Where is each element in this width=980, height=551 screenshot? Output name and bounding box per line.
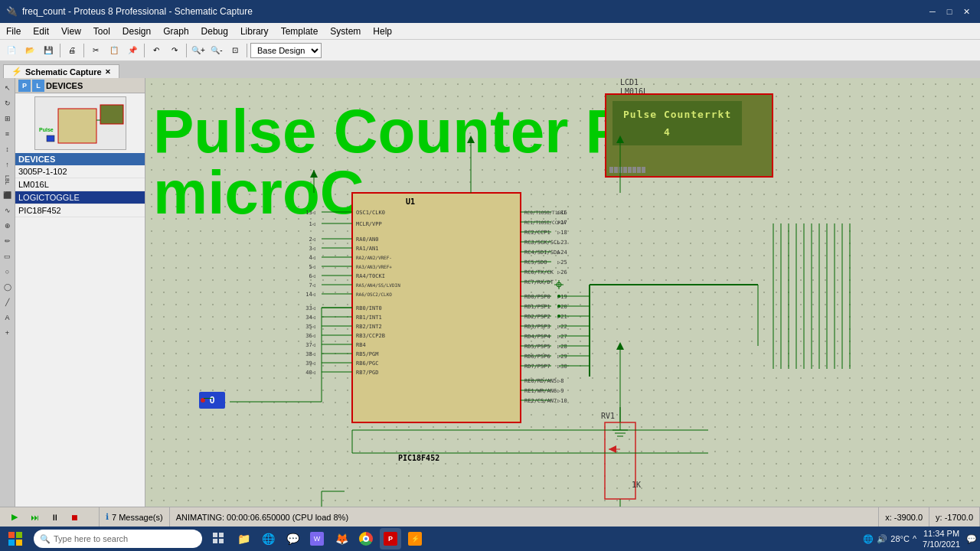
schematic-title-2: microC [153, 162, 364, 223]
close-button[interactable]: ✕ [959, 4, 974, 19]
left-vertical-toolbar: ↖ ↻ ⊞ ≡ ↕ ↑ LBL ⬛ ∿ ⊕ ✏ ▭ ○ ◯ ╱ A + [0, 78, 15, 507]
tool-7[interactable]: ⬛ [1, 188, 15, 202]
device-item-0[interactable]: 3005P-1-102 [15, 165, 145, 178]
playback-controls[interactable]: ▶ ⏭ ⏸ ⏹ [0, 507, 100, 527]
play-button[interactable]: ▶ [6, 509, 23, 526]
start-button[interactable] [0, 527, 31, 551]
tool-13[interactable]: ◯ [1, 280, 15, 294]
tab-close-button[interactable]: ✕ [105, 68, 111, 76]
menu-item-tool[interactable]: Tool [87, 23, 116, 39]
tool-9[interactable]: ⊕ [1, 219, 15, 233]
tool-4[interactable]: ≡ [1, 127, 15, 141]
maximize-button[interactable]: □ [942, 4, 957, 19]
chrome-button[interactable] [355, 528, 377, 549]
rotate-button[interactable]: ↻ [1, 96, 15, 110]
tool-8[interactable]: ∿ [1, 204, 15, 217]
file-explorer-button[interactable]: 📁 [233, 528, 254, 549]
svg-text:RD7/PSP7: RD7/PSP7 [524, 364, 550, 370]
tool-10[interactable]: ✏ [1, 234, 15, 248]
stop-button[interactable]: ⏹ [66, 509, 83, 526]
menu-item-system[interactable]: System [324, 23, 367, 39]
design-dropdown[interactable]: Base Design [250, 43, 322, 58]
lcd-display: Pulse Counterrkt 4 [605, 93, 773, 178]
menu-item-graph[interactable]: Graph [157, 23, 194, 39]
ic-u1-label: U1 [406, 197, 415, 206]
tool-label: LBL [1, 173, 15, 187]
svg-text:RE0/RD/AN5: RE0/RD/AN5 [524, 378, 557, 384]
menubar: FileEditViewToolDesignGraphDebugLibraryT… [0, 23, 980, 40]
menu-item-debug[interactable]: Debug [195, 23, 234, 39]
menu-item-help[interactable]: Help [367, 23, 398, 39]
step-button[interactable]: ⏭ [26, 509, 43, 526]
x-coordinate: x: -3900.0 [879, 507, 929, 527]
device-item-3[interactable]: PIC18F452 [15, 204, 145, 217]
animating-text: ANIMATING: 00:00:06.650000 (CPU load 8%) [176, 513, 348, 522]
tool-11[interactable]: ▭ [1, 249, 15, 263]
svg-text:RD0/PSP0: RD0/PSP0 [524, 294, 550, 300]
save-button[interactable]: 💾 [40, 42, 57, 59]
zoom-in-button[interactable]: 🔍+ [190, 42, 207, 59]
svg-text:RB3/CCP2B: RB3/CCP2B [356, 333, 385, 339]
chevron-up-icon[interactable]: ^ [913, 534, 916, 543]
minimap[interactable]: Pulse [34, 96, 126, 150]
statusbar: ▶ ⏭ ⏸ ⏹ ℹ 7 Message(s) ANIMATING: 00:00:… [0, 507, 980, 527]
menu-item-template[interactable]: Template [275, 23, 325, 39]
minimize-button[interactable]: ─ [925, 4, 940, 19]
svg-text:RD6/PSP6: RD6/PSP6 [524, 354, 550, 360]
window-controls[interactable]: ─ □ ✕ [925, 4, 974, 19]
svg-rect-149 [605, 422, 635, 499]
tool-12[interactable]: ○ [1, 265, 15, 279]
schematic-tab[interactable]: ⚡ Schematic Capture ✕ [3, 64, 119, 78]
new-button[interactable]: 📄 [3, 42, 20, 59]
tool-15[interactable]: A [1, 311, 15, 324]
search-placeholder: Type here to search [54, 534, 128, 543]
p-button[interactable]: P [18, 80, 31, 92]
copy-button[interactable]: 📋 [106, 42, 122, 59]
svg-rect-4 [47, 135, 54, 142]
canvas-area[interactable]: Pulse Counter PIC microC LCD1 LM016L Pul… [145, 78, 980, 507]
tool-16[interactable]: + [1, 326, 15, 340]
taskbar: 🔍 Type here to search 📁 🌐 💬 W 🦊 P [0, 527, 980, 551]
paste-button[interactable]: 📌 [124, 42, 141, 59]
x-coord-label: x: -3900.0 [885, 513, 923, 522]
task-view-button[interactable] [208, 528, 230, 549]
cut-button[interactable]: ✂ [87, 42, 104, 59]
device-item-1[interactable]: LM016L [15, 178, 145, 191]
svg-text:RC7/RX/DT: RC7/RX/DT [524, 279, 554, 285]
open-button[interactable]: 📂 [21, 42, 38, 59]
app-button-2[interactable]: ⚡ [404, 528, 426, 549]
tool-3[interactable]: ⊞ [1, 112, 15, 126]
tool-5[interactable]: ↕ [1, 142, 15, 156]
proteus-button[interactable]: P [380, 528, 401, 549]
svg-rect-1 [100, 105, 123, 124]
svg-text:RC5/SDO: RC5/SDO [524, 259, 547, 266]
menu-item-edit[interactable]: Edit [27, 23, 55, 39]
menu-item-file[interactable]: File [0, 23, 27, 39]
tool-6[interactable]: ↑ [1, 158, 15, 171]
tab-icon: ⚡ [11, 67, 22, 77]
taskbar-search[interactable]: 🔍 Type here to search [34, 530, 202, 548]
zoom-out-button[interactable]: 🔍- [208, 42, 225, 59]
svg-rect-172 [16, 540, 22, 546]
ic-body [352, 193, 521, 422]
menu-item-view[interactable]: View [55, 23, 87, 39]
svg-text:RA1/AN1: RA1/AN1 [356, 246, 379, 252]
undo-button[interactable]: ↶ [148, 42, 165, 59]
menu-item-library[interactable]: Library [234, 23, 275, 39]
device-item-2[interactable]: LOGICTOGGLE [15, 191, 145, 204]
svg-text:RA6/OSC2/CLKO: RA6/OSC2/CLKO [356, 292, 392, 297]
zoom-fit-button[interactable]: ⊡ [227, 42, 243, 59]
firefox-button[interactable]: 🦊 [331, 528, 352, 549]
tool-14[interactable]: ╱ [1, 295, 15, 309]
teams-button[interactable]: 💬 [282, 528, 303, 549]
pause-button[interactable]: ⏸ [46, 509, 63, 526]
app-button-1[interactable]: W [306, 528, 328, 549]
notification-button[interactable]: 💬 [966, 534, 977, 544]
svg-text:RC0/T1OSO/T1CKI: RC0/T1OSO/T1CKI [524, 210, 567, 215]
select-tool-button[interactable]: ↖ [1, 81, 15, 95]
edge-button[interactable]: 🌐 [257, 528, 279, 549]
redo-button[interactable]: ↷ [166, 42, 183, 59]
menu-item-design[interactable]: Design [116, 23, 157, 39]
l-button[interactable]: L [32, 80, 44, 92]
print-button[interactable]: 🖨 [64, 42, 80, 59]
